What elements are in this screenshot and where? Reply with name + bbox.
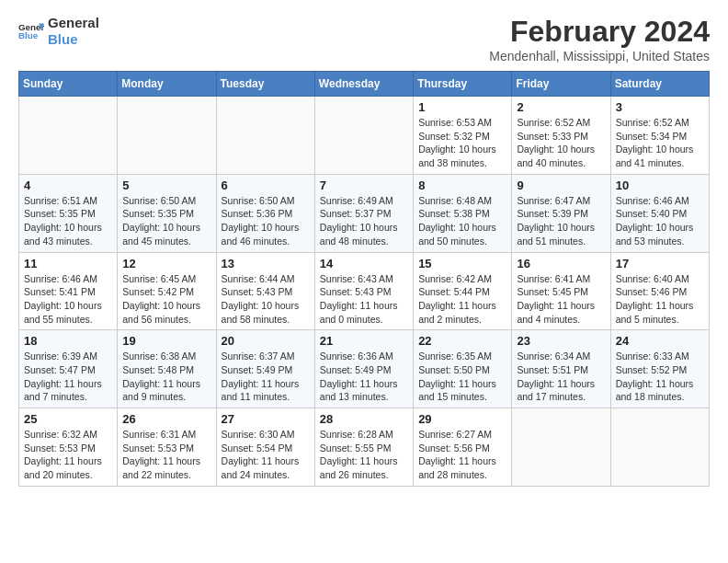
calendar-cell (512, 408, 610, 487)
calendar-cell: 6Sunrise: 6:50 AM Sunset: 5:36 PM Daylig… (216, 174, 314, 252)
calendar-cell: 28Sunrise: 6:28 AM Sunset: 5:55 PM Dayli… (314, 408, 413, 487)
day-detail: Sunrise: 6:52 AM Sunset: 5:33 PM Dayligh… (517, 116, 605, 170)
day-number: 16 (517, 257, 605, 270)
logo: General Blue General Blue (18, 15, 99, 48)
calendar-cell: 10Sunrise: 6:46 AM Sunset: 5:40 PM Dayli… (610, 174, 709, 252)
calendar-cell: 23Sunrise: 6:34 AM Sunset: 5:51 PM Dayli… (512, 330, 610, 408)
calendar-cell: 8Sunrise: 6:48 AM Sunset: 5:38 PM Daylig… (414, 174, 512, 252)
day-detail: Sunrise: 6:46 AM Sunset: 5:40 PM Dayligh… (616, 194, 704, 248)
day-number: 6 (222, 178, 310, 192)
calendar-cell: 20Sunrise: 6:37 AM Sunset: 5:49 PM Dayli… (216, 330, 314, 408)
calendar-header: SundayMondayTuesdayWednesdayThursdayFrid… (19, 72, 710, 97)
day-detail: Sunrise: 6:45 AM Sunset: 5:42 PM Dayligh… (122, 272, 210, 327)
day-detail: Sunrise: 6:53 AM Sunset: 5:32 PM Dayligh… (418, 116, 506, 170)
day-number: 24 (616, 334, 704, 348)
calendar-cell (314, 97, 413, 175)
weekday-header-monday: Monday (118, 72, 216, 97)
day-number: 7 (320, 178, 408, 192)
calendar-cell: 9Sunrise: 6:47 AM Sunset: 5:39 PM Daylig… (512, 174, 610, 252)
day-number: 11 (24, 257, 112, 270)
day-detail: Sunrise: 6:39 AM Sunset: 5:47 PM Dayligh… (24, 350, 112, 404)
logo-icon: General Blue (18, 18, 44, 44)
day-number: 8 (418, 178, 506, 192)
day-detail: Sunrise: 6:33 AM Sunset: 5:52 PM Dayligh… (616, 350, 704, 404)
weekday-header-thursday: Thursday (414, 72, 512, 97)
day-number: 20 (222, 334, 310, 348)
calendar-cell: 15Sunrise: 6:42 AM Sunset: 5:44 PM Dayli… (414, 252, 512, 330)
calendar-cell: 1Sunrise: 6:53 AM Sunset: 5:32 PM Daylig… (414, 97, 512, 175)
day-detail: Sunrise: 6:37 AM Sunset: 5:49 PM Dayligh… (222, 350, 310, 404)
day-detail: Sunrise: 6:47 AM Sunset: 5:39 PM Dayligh… (517, 194, 605, 248)
weekday-header-friday: Friday (512, 72, 610, 97)
day-detail: Sunrise: 6:50 AM Sunset: 5:35 PM Dayligh… (122, 194, 210, 248)
weekday-header-sunday: Sunday (19, 72, 118, 97)
day-detail: Sunrise: 6:51 AM Sunset: 5:35 PM Dayligh… (24, 194, 112, 248)
calendar-week-2: 4Sunrise: 6:51 AM Sunset: 5:35 PM Daylig… (19, 174, 710, 252)
day-number: 17 (616, 257, 704, 270)
svg-text:Blue: Blue (18, 30, 39, 40)
day-detail: Sunrise: 6:49 AM Sunset: 5:37 PM Dayligh… (320, 194, 408, 248)
day-detail: Sunrise: 6:27 AM Sunset: 5:56 PM Dayligh… (418, 428, 506, 482)
day-number: 10 (616, 178, 704, 192)
day-detail: Sunrise: 6:36 AM Sunset: 5:49 PM Dayligh… (320, 350, 408, 404)
day-number: 26 (122, 412, 210, 426)
day-number: 23 (517, 334, 605, 348)
calendar-cell (216, 97, 314, 175)
calendar-cell: 26Sunrise: 6:31 AM Sunset: 5:53 PM Dayli… (118, 408, 216, 487)
day-number: 4 (24, 178, 112, 192)
calendar-cell: 18Sunrise: 6:39 AM Sunset: 5:47 PM Dayli… (19, 330, 118, 408)
day-number: 13 (222, 257, 310, 270)
title-area: February 2024 Mendenhall, Mississippi, U… (489, 15, 710, 63)
day-number: 15 (418, 257, 506, 270)
day-number: 22 (418, 334, 506, 348)
calendar-cell: 12Sunrise: 6:45 AM Sunset: 5:42 PM Dayli… (118, 252, 216, 330)
day-number: 3 (616, 100, 704, 114)
day-number: 5 (122, 178, 210, 192)
day-detail: Sunrise: 6:35 AM Sunset: 5:50 PM Dayligh… (418, 350, 506, 404)
day-detail: Sunrise: 6:34 AM Sunset: 5:51 PM Dayligh… (517, 350, 605, 404)
day-number: 29 (418, 412, 506, 426)
calendar-cell: 4Sunrise: 6:51 AM Sunset: 5:35 PM Daylig… (19, 174, 118, 252)
day-number: 21 (320, 334, 408, 348)
calendar-week-1: 1Sunrise: 6:53 AM Sunset: 5:32 PM Daylig… (19, 97, 710, 175)
calendar-cell (118, 97, 216, 175)
day-detail: Sunrise: 6:41 AM Sunset: 5:45 PM Dayligh… (517, 272, 605, 327)
calendar-cell: 29Sunrise: 6:27 AM Sunset: 5:56 PM Dayli… (414, 408, 512, 487)
calendar-cell: 19Sunrise: 6:38 AM Sunset: 5:48 PM Dayli… (118, 330, 216, 408)
month-title: February 2024 (489, 15, 710, 49)
day-number: 28 (320, 412, 408, 426)
page-header: General Blue General Blue February 2024 … (18, 15, 710, 63)
logo-general: General (48, 15, 99, 31)
weekday-header-wednesday: Wednesday (314, 72, 413, 97)
day-detail: Sunrise: 6:40 AM Sunset: 5:46 PM Dayligh… (616, 272, 704, 327)
calendar-table: SundayMondayTuesdayWednesdayThursdayFrid… (18, 71, 710, 487)
location-title: Mendenhall, Mississippi, United States (489, 49, 710, 63)
day-number: 2 (517, 100, 605, 114)
calendar-cell: 24Sunrise: 6:33 AM Sunset: 5:52 PM Dayli… (610, 330, 709, 408)
day-detail: Sunrise: 6:28 AM Sunset: 5:55 PM Dayligh… (320, 428, 408, 482)
day-number: 27 (222, 412, 310, 426)
day-number: 19 (122, 334, 210, 348)
calendar-cell (610, 408, 709, 487)
calendar-cell: 22Sunrise: 6:35 AM Sunset: 5:50 PM Dayli… (414, 330, 512, 408)
calendar-cell: 25Sunrise: 6:32 AM Sunset: 5:53 PM Dayli… (19, 408, 118, 487)
day-detail: Sunrise: 6:44 AM Sunset: 5:43 PM Dayligh… (222, 272, 310, 327)
day-detail: Sunrise: 6:32 AM Sunset: 5:53 PM Dayligh… (24, 428, 112, 482)
calendar-cell: 21Sunrise: 6:36 AM Sunset: 5:49 PM Dayli… (314, 330, 413, 408)
day-detail: Sunrise: 6:46 AM Sunset: 5:41 PM Dayligh… (24, 272, 112, 327)
day-detail: Sunrise: 6:50 AM Sunset: 5:36 PM Dayligh… (222, 194, 310, 248)
day-number: 12 (122, 257, 210, 270)
day-number: 9 (517, 178, 605, 192)
calendar-cell: 16Sunrise: 6:41 AM Sunset: 5:45 PM Dayli… (512, 252, 610, 330)
calendar-week-3: 11Sunrise: 6:46 AM Sunset: 5:41 PM Dayli… (19, 252, 710, 330)
calendar-cell: 5Sunrise: 6:50 AM Sunset: 5:35 PM Daylig… (118, 174, 216, 252)
day-number: 14 (320, 257, 408, 270)
day-number: 1 (418, 100, 506, 114)
calendar-cell (19, 97, 118, 175)
calendar-cell: 3Sunrise: 6:52 AM Sunset: 5:34 PM Daylig… (610, 97, 709, 175)
calendar-cell: 7Sunrise: 6:49 AM Sunset: 5:37 PM Daylig… (314, 174, 413, 252)
weekday-header-tuesday: Tuesday (216, 72, 314, 97)
calendar-week-4: 18Sunrise: 6:39 AM Sunset: 5:47 PM Dayli… (19, 330, 710, 408)
calendar-week-5: 25Sunrise: 6:32 AM Sunset: 5:53 PM Dayli… (19, 408, 710, 487)
day-detail: Sunrise: 6:42 AM Sunset: 5:44 PM Dayligh… (418, 272, 506, 327)
